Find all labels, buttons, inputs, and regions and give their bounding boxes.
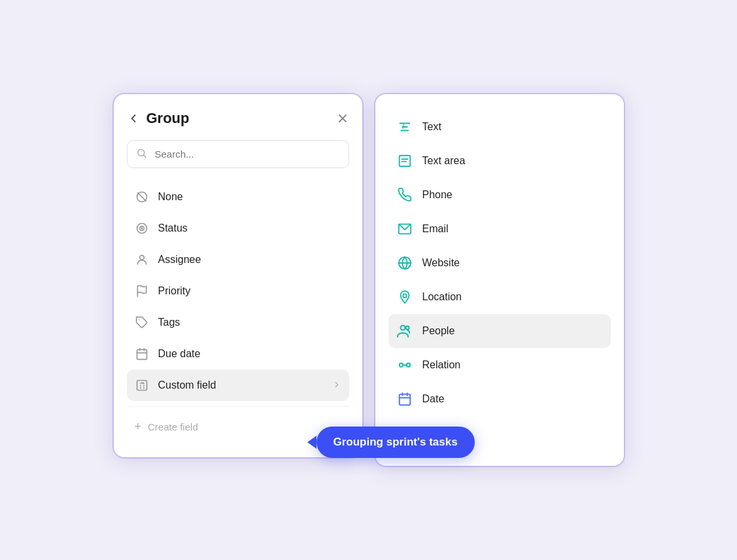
right-item-text-area[interactable]: Text area <box>388 144 611 178</box>
svg-point-8 <box>141 228 143 229</box>
website-icon <box>396 254 413 271</box>
right-item-text-area-label: Text area <box>422 155 466 167</box>
edit-icon <box>135 378 149 393</box>
svg-rect-16 <box>137 381 146 391</box>
search-icon <box>136 147 147 161</box>
tooltip-arrow <box>307 436 317 449</box>
close-button[interactable] <box>336 112 349 125</box>
menu-item-status-label: Status <box>158 222 341 234</box>
svg-rect-33 <box>399 394 410 406</box>
menu-item-none[interactable]: None <box>127 181 349 213</box>
right-panel: T Text Text area Phone <box>375 94 624 466</box>
right-item-relation-label: Relation <box>422 359 461 371</box>
svg-line-5 <box>137 193 146 201</box>
tag-icon <box>135 315 149 330</box>
target-icon <box>135 221 149 236</box>
menu-item-custom-field[interactable]: Custom field <box>127 370 349 401</box>
panel-header: Group <box>127 110 349 127</box>
relation-icon <box>396 357 413 374</box>
create-field-label: Create field <box>148 421 198 432</box>
svg-point-29 <box>405 326 409 330</box>
right-item-relation[interactable]: Relation <box>388 348 611 382</box>
right-item-website-label: Website <box>422 257 460 269</box>
right-item-text-label: Text <box>422 121 441 133</box>
svg-line-3 <box>143 155 145 157</box>
flag-icon <box>135 284 149 298</box>
right-item-people[interactable]: People <box>388 314 611 348</box>
right-item-email[interactable]: Email <box>388 212 611 246</box>
svg-point-2 <box>137 149 144 156</box>
menu-item-due-date-label: Due date <box>158 348 341 360</box>
right-item-phone-label: Phone <box>422 189 453 201</box>
right-item-location-label: Location <box>422 291 462 303</box>
right-item-website[interactable]: Website <box>388 246 611 280</box>
menu-item-status[interactable]: Status <box>127 213 349 244</box>
right-item-location[interactable]: Location <box>388 280 611 314</box>
right-item-text[interactable]: T Text <box>388 110 611 144</box>
phone-icon <box>396 186 413 203</box>
text-area-icon <box>396 152 413 169</box>
svg-point-9 <box>139 255 144 260</box>
panel-title: Group <box>146 110 190 127</box>
menu-item-assignee-label: Assignee <box>158 254 341 266</box>
chevron-right-icon <box>332 380 341 391</box>
menu-item-tags-label: Tags <box>158 317 341 328</box>
email-icon <box>396 220 413 237</box>
left-panel: Group <box>114 94 362 457</box>
back-button[interactable] <box>127 112 140 125</box>
menu-item-due-date[interactable]: Due date <box>127 338 349 370</box>
menu-item-custom-field-label: Custom field <box>158 379 323 391</box>
divider <box>127 406 349 407</box>
svg-point-28 <box>400 326 405 330</box>
search-input[interactable] <box>127 140 349 168</box>
plus-icon: + <box>135 420 142 434</box>
svg-rect-12 <box>137 349 146 359</box>
right-item-phone[interactable]: Phone <box>388 178 611 212</box>
right-item-people-label: People <box>422 325 455 337</box>
date-icon <box>396 391 413 408</box>
menu-item-tags[interactable]: Tags <box>127 307 349 338</box>
right-item-date-label: Date <box>422 393 445 405</box>
text-icon: T <box>396 118 413 135</box>
left-menu-list: None Status Assignee Prior <box>127 181 349 401</box>
location-icon <box>396 289 413 306</box>
people-icon <box>396 323 413 340</box>
right-item-email-label: Email <box>422 223 449 235</box>
calendar-icon <box>135 347 149 361</box>
tooltip: Grouping sprint's tasks <box>317 427 475 458</box>
ban-icon <box>135 190 149 204</box>
person-icon <box>135 253 149 267</box>
menu-item-assignee[interactable]: Assignee <box>127 244 349 275</box>
panels-container: Group <box>114 94 624 466</box>
tooltip-text: Grouping sprint's tasks <box>334 436 458 448</box>
menu-item-none-label: None <box>158 191 341 203</box>
search-container <box>127 140 349 168</box>
menu-item-priority-label: Priority <box>158 285 341 297</box>
right-item-date[interactable]: Date <box>388 382 611 416</box>
menu-item-priority[interactable]: Priority <box>127 275 349 307</box>
svg-text:T: T <box>400 121 406 131</box>
svg-point-27 <box>403 294 407 298</box>
